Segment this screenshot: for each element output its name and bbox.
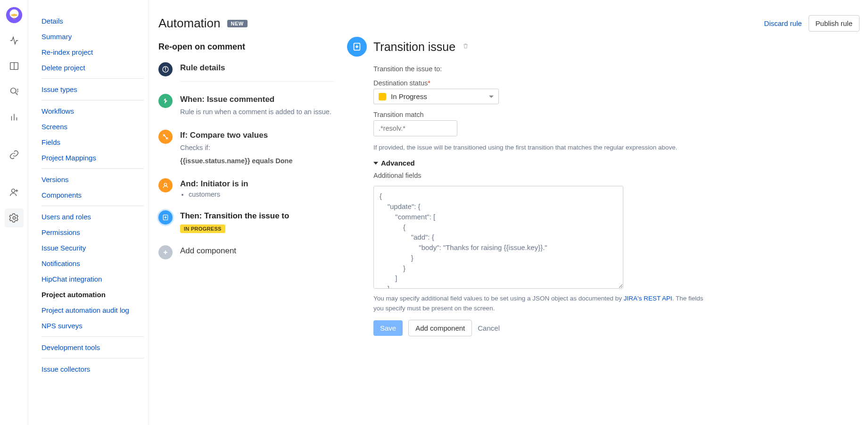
condition-icon: [158, 130, 173, 144]
new-badge: NEW: [227, 20, 248, 27]
plus-icon: [158, 245, 173, 259]
svg-point-20: [164, 183, 166, 186]
sidebar-item-fields[interactable]: Fields: [41, 134, 144, 150]
rail-board-icon[interactable]: [5, 57, 24, 75]
transition-icon: [347, 37, 367, 57]
and-step[interactable]: And: Initiator is in: [180, 179, 335, 189]
sidebar-item-workflows[interactable]: Workflows: [41, 103, 144, 119]
sidebar-item-versions[interactable]: Versions: [41, 172, 144, 187]
transition-intro: Transition the issue to:: [373, 65, 713, 73]
rail-search-icon[interactable]: [5, 82, 24, 101]
json-help-text: You may specify additional field values …: [373, 294, 713, 313]
svg-line-19: [165, 135, 166, 138]
sidebar-item-summary[interactable]: Summary: [41, 29, 144, 44]
sidebar-item-project-automation-audit-log[interactable]: Project automation audit log: [41, 302, 144, 318]
when-desc: Rule is run when a comment is added to a…: [180, 107, 335, 117]
additional-fields-textarea[interactable]: [373, 186, 623, 289]
rule-details-step[interactable]: Rule details: [180, 63, 335, 73]
rail-link-icon[interactable]: [5, 145, 24, 164]
action-icon: [158, 210, 173, 225]
rail-add-user-icon[interactable]: [5, 183, 24, 202]
sidebar-item-issue-security[interactable]: Issue Security: [41, 240, 144, 256]
transition-match-input[interactable]: [373, 120, 457, 136]
cancel-button[interactable]: Cancel: [478, 324, 500, 332]
delete-action-icon[interactable]: [462, 42, 469, 51]
sidebar-item-nps-surveys[interactable]: NPS surveys: [41, 318, 144, 333]
advanced-toggle[interactable]: Advanced: [373, 159, 860, 167]
icon-rail: [0, 0, 28, 425]
rule-name: Re-open on comment: [158, 42, 335, 52]
add-component-step[interactable]: Add component: [180, 246, 335, 256]
sidebar-item-project-automation[interactable]: Project automation: [41, 287, 144, 302]
page-title: Automation: [158, 16, 221, 31]
sidebar-item-screens[interactable]: Screens: [41, 119, 144, 134]
sidebar-item-issue-collectors[interactable]: Issue collectors: [41, 361, 144, 377]
trigger-icon: [158, 94, 173, 108]
info-icon: [158, 62, 173, 76]
save-button[interactable]: Save: [373, 320, 403, 336]
rail-activity-icon[interactable]: [5, 31, 24, 50]
match-help-text: If provided, the issue will be transitio…: [373, 143, 713, 152]
sidebar-item-issue-types[interactable]: Issue types: [41, 82, 144, 97]
sidebar-item-components[interactable]: Components: [41, 187, 144, 203]
svg-point-4: [10, 88, 16, 93]
svg-point-15: [13, 217, 16, 219]
project-sidebar: DetailsSummaryRe-index projectDelete pro…: [28, 0, 149, 425]
discard-rule-link[interactable]: Discard rule: [764, 19, 802, 27]
sidebar-item-re-index-project[interactable]: Re-index project: [41, 44, 144, 60]
if-step[interactable]: If: Compare two values: [180, 131, 335, 140]
sidebar-item-notifications[interactable]: Notifications: [41, 256, 144, 271]
sidebar-item-development-tools[interactable]: Development tools: [41, 340, 144, 355]
rest-api-link[interactable]: JIRA's REST API: [624, 295, 672, 302]
app-logo[interactable]: [5, 6, 24, 25]
add-component-button[interactable]: Add component: [408, 320, 472, 336]
status-lozenge: IN PROGRESS: [180, 225, 225, 233]
main-content: Automation NEW Re-open on comment Rule d…: [149, 0, 868, 425]
publish-rule-button[interactable]: Publish rule: [809, 15, 860, 32]
sidebar-item-delete-project[interactable]: Delete project: [41, 60, 144, 75]
when-step[interactable]: When: Issue commented: [180, 95, 335, 104]
destination-status-select[interactable]: In Progress: [373, 89, 499, 104]
svg-point-12: [11, 189, 15, 192]
panel-title: Transition issue: [373, 40, 455, 54]
then-step[interactable]: Then: Transition the issue to: [180, 211, 335, 221]
sidebar-item-details[interactable]: Details: [41, 13, 144, 29]
rail-reports-icon[interactable]: [5, 108, 24, 126]
svg-point-18: [165, 68, 165, 68]
sidebar-item-users-and-roles[interactable]: Users and roles: [41, 209, 144, 225]
rail-settings-icon[interactable]: [5, 208, 24, 227]
user-condition-icon: [158, 178, 173, 192]
sidebar-item-project-mappings[interactable]: Project Mappings: [41, 150, 144, 166]
sidebar-item-hipchat-integration[interactable]: HipChat integration: [41, 271, 144, 287]
status-color-swatch: [379, 93, 386, 100]
sidebar-item-permissions[interactable]: Permissions: [41, 225, 144, 240]
